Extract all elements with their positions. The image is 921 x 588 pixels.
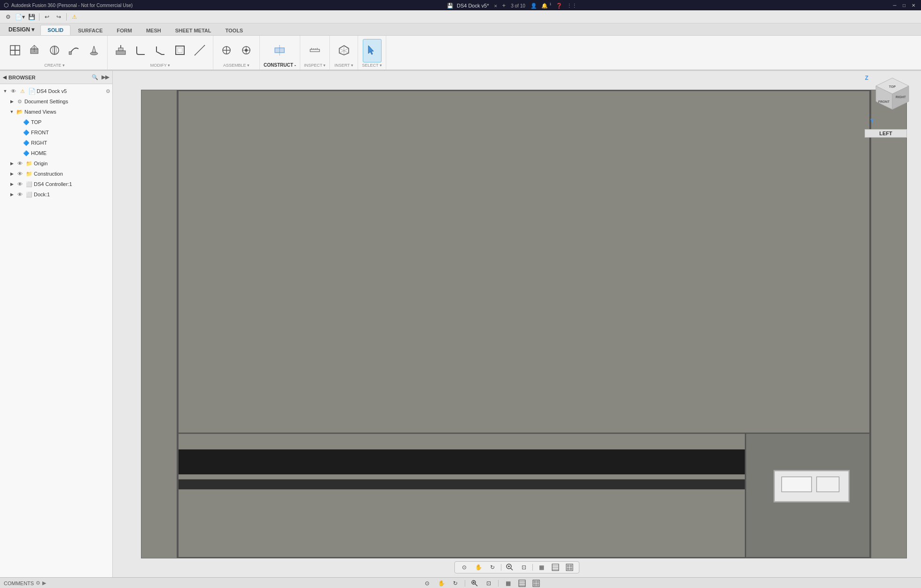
tree-toggle-ds4[interactable]: ▶ — [8, 181, 15, 187]
tree-item-top[interactable]: 🔷 TOP — [0, 117, 112, 127]
tree-icon-named-views: 📂 — [16, 108, 23, 116]
visual-style-icon — [552, 564, 559, 571]
shell-button[interactable] — [171, 39, 189, 62]
offset-plane-button[interactable] — [270, 39, 289, 62]
select-button[interactable] — [363, 39, 382, 62]
menu-icon[interactable]: ⋮⋮ — [567, 3, 577, 8]
inspect-group-label[interactable]: INSPECT ▾ — [304, 63, 326, 69]
browser-back-icon[interactable]: ◀ — [3, 75, 7, 80]
comments-label[interactable]: COMMENTS — [4, 580, 34, 586]
new-file-icon: 📄 — [15, 14, 22, 20]
tab-sheet-metal[interactable]: SHEET METAL — [169, 26, 218, 35]
tree-item-home[interactable]: 🔷 HOME — [0, 148, 112, 158]
undo-button[interactable]: ↩ — [42, 12, 52, 22]
fillet-button[interactable] — [131, 39, 150, 62]
tree-toggle-named-views[interactable]: ▼ — [8, 108, 15, 115]
notification-icon[interactable]: 🔔 1 — [541, 3, 552, 8]
tree-item-ds4-controller[interactable]: ▶ 👁 ⬜ DS4 Controller:1 — [0, 179, 112, 189]
press-pull-button[interactable] — [111, 39, 130, 62]
statusbar-left: COMMENTS ⚙ ▶ — [4, 580, 46, 586]
modify-group-label[interactable]: MODIFY ▾ — [150, 63, 170, 69]
tab-solid[interactable]: SOLID — [40, 25, 70, 35]
joint-origin-button[interactable] — [237, 39, 256, 62]
comments-settings-icon[interactable]: ⚙ — [36, 580, 40, 586]
new-component-button[interactable] — [6, 39, 24, 62]
svg-rect-55 — [781, 477, 812, 492]
loft-button[interactable] — [85, 39, 103, 62]
3d-canvas[interactable] — [141, 90, 907, 558]
tree-item-named-views[interactable]: ▼ 📂 Named Views — [0, 107, 112, 117]
left-view-label[interactable]: LEFT — [865, 129, 907, 138]
design-dropdown[interactable]: DESIGN ▾ — [4, 23, 39, 35]
extrude-button[interactable] — [25, 39, 44, 62]
user-icon[interactable]: 👤 — [531, 3, 537, 8]
construct-group-label[interactable]: CONSTRUCT - — [264, 62, 296, 69]
shell-icon — [173, 44, 187, 57]
tree-item-doc-settings[interactable]: ▶ ⚙ Document Settings — [0, 96, 112, 107]
tab-mesh[interactable]: MESH — [140, 26, 168, 35]
new-file-button[interactable]: 📄▾ — [15, 12, 25, 22]
scale-button[interactable] — [190, 39, 209, 62]
orbit-button[interactable]: ⊙ — [459, 563, 470, 572]
statusbar-orbit2-btn[interactable]: ↻ — [450, 579, 461, 588]
tab-close-icon[interactable]: ✕ — [494, 4, 498, 8]
assemble-group-label[interactable]: ASSEMBLE ▾ — [223, 63, 250, 69]
chamfer-button[interactable] — [151, 39, 170, 62]
tree-icon-right: 🔷 — [23, 139, 30, 147]
tab-surface[interactable]: SURFACE — [71, 26, 109, 35]
create-group-label[interactable]: CREATE ▾ — [44, 63, 64, 69]
pan-button[interactable]: ✋ — [473, 563, 484, 572]
file-tab-title[interactable]: DS4 Dock v5* — [457, 3, 489, 8]
tree-toggle-construction[interactable]: ▶ — [8, 170, 15, 177]
fit-button[interactable]: ⊡ — [518, 563, 530, 572]
sweep-button[interactable] — [65, 39, 84, 62]
viewcube[interactable]: TOP FRONT RIGHT LEFT — [871, 76, 913, 118]
maximize-button[interactable]: □ — [900, 1, 908, 9]
statusbar-visual-style-btn[interactable] — [516, 579, 528, 588]
display-mode-button[interactable]: ▦ — [536, 563, 547, 572]
visual-style-button[interactable] — [550, 563, 561, 572]
new-tab-btn[interactable]: + — [502, 2, 506, 9]
close-button[interactable]: ✕ — [910, 1, 917, 9]
measure-button[interactable] — [305, 39, 324, 62]
tab-form[interactable]: FORM — [110, 26, 139, 35]
tree-item-origin[interactable]: ▶ 👁 📁 Origin — [0, 158, 112, 169]
minimize-button[interactable]: ─ — [891, 1, 898, 9]
revolve-button[interactable] — [45, 39, 64, 62]
warning-button[interactable]: ⚠ — [69, 12, 79, 22]
app-menu-button[interactable]: ⚙ — [3, 12, 13, 22]
insert-group-label[interactable]: INSERT ▾ — [335, 63, 353, 69]
environment-button[interactable] — [564, 563, 575, 572]
browser-search-icon[interactable]: 🔍 — [91, 73, 99, 82]
tree-item-front[interactable]: 🔷 FRONT — [0, 127, 112, 138]
statusbar-zoom-btn[interactable] — [469, 579, 480, 588]
svg-rect-82 — [534, 581, 536, 583]
tree-toggle-doc[interactable]: ▶ — [8, 98, 15, 105]
viewport[interactable]: Z TOP FRONT RIGHT LEFT Y — [113, 71, 921, 577]
statusbar-fit-btn[interactable]: ⊡ — [483, 579, 494, 588]
redo-button[interactable]: ↪ — [54, 12, 64, 22]
svg-marker-39 — [368, 46, 374, 54]
save-button[interactable]: 💾 — [26, 12, 37, 22]
select-group-label[interactable]: SELECT ▾ — [362, 63, 382, 69]
tree-item-root[interactable]: ▼ 👁 ⚠ 📄 DS4 Dock v5 ⚙ — [0, 86, 112, 96]
tab-tools[interactable]: TOOLS — [219, 26, 250, 35]
zoom-button[interactable] — [504, 563, 515, 572]
tree-settings-icon[interactable]: ⚙ — [106, 88, 110, 94]
statusbar-orbit-btn[interactable]: ⊙ — [421, 579, 433, 588]
statusbar-display-mode-btn[interactable]: ▦ — [502, 579, 514, 588]
insert-mesh-button[interactable] — [335, 39, 353, 62]
statusbar-pan-btn[interactable]: ✋ — [436, 579, 447, 588]
help-icon[interactable]: ❓ — [556, 3, 562, 8]
browser-expand-icon[interactable]: ▶▶ — [101, 73, 109, 82]
statusbar-env-btn[interactable] — [531, 579, 542, 588]
tree-toggle-dock[interactable]: ▶ — [8, 191, 15, 198]
tree-item-right[interactable]: 🔷 RIGHT — [0, 138, 112, 148]
free-orbit-button[interactable]: ↻ — [487, 563, 498, 572]
tree-toggle-origin[interactable]: ▶ — [8, 160, 15, 167]
new-joint-button[interactable] — [217, 39, 236, 62]
tree-item-construction[interactable]: ▶ 👁 📁 Construction — [0, 169, 112, 179]
comments-expand-icon[interactable]: ▶ — [42, 580, 46, 586]
tree-toggle-root[interactable]: ▼ — [2, 88, 8, 94]
tree-item-dock[interactable]: ▶ 👁 ⬜ Dock:1 — [0, 189, 112, 200]
